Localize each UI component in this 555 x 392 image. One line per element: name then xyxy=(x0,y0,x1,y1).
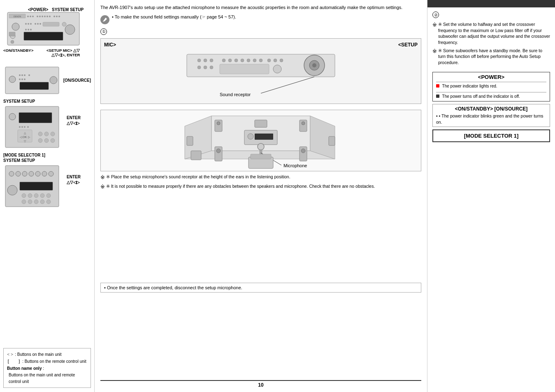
svg-point-20 xyxy=(37,23,39,25)
svg-text:OK: OK xyxy=(23,136,27,138)
mic-note-2: ※ ※ It is not possible to measure proper… xyxy=(100,183,421,191)
svg-point-66 xyxy=(29,171,34,176)
svg-point-57 xyxy=(44,132,49,136)
svg-point-93 xyxy=(267,59,271,62)
on-standby-label: <ON/STANDBY> xyxy=(3,48,33,53)
svg-point-37 xyxy=(28,74,30,76)
svg-point-64 xyxy=(16,171,21,176)
power-section: <POWER> The power indicator lights red. … xyxy=(432,72,550,101)
power-black-row: The power turns off and the indicator is… xyxy=(436,92,546,99)
svg-point-27 xyxy=(65,25,75,35)
page-number: 10 xyxy=(100,380,421,388)
svg-point-89 xyxy=(241,59,244,62)
svg-point-7 xyxy=(39,16,41,17)
svg-point-44 xyxy=(9,113,16,120)
small-unit-diagram-1 xyxy=(3,65,62,96)
svg-point-42 xyxy=(50,76,57,84)
svg-point-97 xyxy=(204,66,207,69)
legend-angle-symbol: < > xyxy=(7,351,13,358)
legend-main-unit-text: : Buttons on the main unit xyxy=(15,351,61,358)
pencil-icon xyxy=(100,15,109,24)
svg-rect-130 xyxy=(251,154,271,159)
svg-point-47 xyxy=(21,126,23,128)
svg-point-76 xyxy=(46,194,51,198)
svg-point-46 xyxy=(19,126,21,128)
svg-point-113 xyxy=(302,122,305,125)
system-setup-label-mid: SYSTEM SETUP xyxy=(3,99,65,104)
mode-selector-left-label: [MODE SELECTOR 1] xyxy=(3,153,91,157)
svg-point-31 xyxy=(11,40,14,44)
svg-point-67 xyxy=(35,171,40,176)
svg-rect-22 xyxy=(43,22,59,26)
on-standby-title: <ON/STANDBY> [ON/SOURCE] xyxy=(436,106,546,112)
svg-point-48 xyxy=(24,126,26,128)
step-1-section: ① MIC> <SETUP xyxy=(100,28,421,106)
svg-point-16 xyxy=(25,23,27,25)
svg-point-86 xyxy=(222,59,225,62)
svg-rect-117 xyxy=(255,134,273,140)
medium-unit-diagram: △ ◁ OK ▷ ▽ xyxy=(3,104,65,150)
svg-rect-28 xyxy=(24,32,63,40)
top-bar xyxy=(427,0,555,7)
svg-point-13 xyxy=(56,16,58,17)
svg-point-17 xyxy=(28,23,29,25)
step2-number: ② xyxy=(432,12,439,18)
power-section-title: <POWER> xyxy=(436,74,546,80)
svg-point-75 xyxy=(40,194,44,198)
legend-both-text: Buttons on the main unit and remote cont… xyxy=(7,372,87,385)
red-indicator xyxy=(436,84,439,88)
legend-box: < > : Buttons on the main unit [ ] : But… xyxy=(3,348,91,388)
room-diagram-container: Microphone xyxy=(100,110,421,171)
svg-point-119 xyxy=(216,149,221,153)
svg-point-69 xyxy=(49,171,53,176)
svg-point-83 xyxy=(197,59,201,62)
svg-point-96 xyxy=(197,66,201,69)
svg-point-90 xyxy=(247,59,250,62)
svg-point-121 xyxy=(301,149,305,153)
middle-column: The AVR-1907's auto setup use the attach… xyxy=(95,0,427,392)
svg-rect-122 xyxy=(187,136,193,145)
legend-button-name-only: Button name only xyxy=(7,366,42,371)
svg-line-104 xyxy=(261,77,314,93)
svg-rect-124 xyxy=(191,151,201,160)
left-column: DENON xyxy=(0,0,95,392)
svg-point-36 xyxy=(24,74,26,76)
svg-point-74 xyxy=(34,194,38,198)
power-label-diagram: <POWER> xyxy=(28,7,48,12)
arrows-label-2: △▽◁▷ xyxy=(67,180,81,184)
mic-connector-diagram: Sound receptor xyxy=(104,50,418,99)
setup-mic-label: <SETUP MIC> △▽ xyxy=(46,48,80,53)
svg-point-63 xyxy=(9,171,14,176)
svg-point-25 xyxy=(28,29,29,30)
system-setup-label-bot: SYSTEM SETUP xyxy=(3,158,65,163)
step1-setup-label: <SETUP xyxy=(398,42,418,48)
mode-selector-section: [MODE SELECTOR 1] xyxy=(432,129,550,142)
svg-point-33 xyxy=(9,76,16,83)
svg-rect-123 xyxy=(329,136,335,145)
svg-point-12 xyxy=(53,16,55,17)
room-svg: Microphone xyxy=(101,110,421,171)
svg-point-73 xyxy=(28,194,32,198)
enter-label-1: ENTER xyxy=(67,115,81,120)
on-standby-section: <ON/STANDBY> [ON/SOURCE] • • The power i… xyxy=(432,104,550,127)
intro-text: The AVR-1907's auto setup use the attach… xyxy=(100,4,421,11)
black-indicator xyxy=(436,95,439,98)
svg-point-56 xyxy=(38,132,42,136)
right-note-1: ※ ※ Set the volume to halfway and set th… xyxy=(432,21,550,46)
svg-point-35 xyxy=(21,74,23,76)
svg-point-87 xyxy=(228,59,232,62)
bottom-disconnect-note: • Once the settings are completed, disco… xyxy=(100,283,421,293)
svg-point-34 xyxy=(19,74,21,76)
svg-point-65 xyxy=(22,171,27,176)
svg-point-111 xyxy=(217,122,220,125)
svg-text:Sound receptor: Sound receptor xyxy=(220,92,251,97)
svg-point-70 xyxy=(7,185,17,195)
svg-point-6 xyxy=(37,16,38,17)
svg-point-84 xyxy=(204,59,207,62)
svg-point-59 xyxy=(38,138,42,143)
svg-point-11 xyxy=(49,16,51,17)
legend-remote-text: : Buttons on the remote control unit xyxy=(22,358,86,365)
svg-point-10 xyxy=(46,16,48,17)
svg-point-77 xyxy=(22,200,26,204)
svg-point-95 xyxy=(280,59,283,62)
